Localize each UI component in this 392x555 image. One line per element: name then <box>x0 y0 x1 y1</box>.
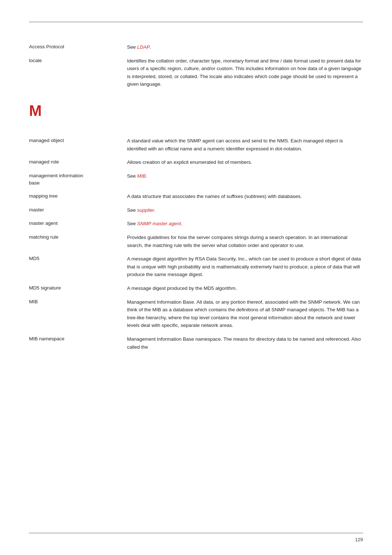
table-row: matching rule Provides guidelines for ho… <box>29 231 363 252</box>
definition-text: A standard value which the SNMP agent ca… <box>127 138 343 151</box>
definition-text: A message digest algorithm by RSA Data S… <box>127 256 361 277</box>
term-label: master agent <box>29 220 58 226</box>
term-cell: mapping tree <box>29 190 127 203</box>
section-letter: M <box>29 102 363 119</box>
def-cell: See MIB. <box>127 169 363 190</box>
definition-text: See SNMP master agent. <box>127 221 183 226</box>
def-cell: See SNMP master agent. <box>127 217 363 231</box>
table-row: MD5 A message digest algorithm by RSA Da… <box>29 252 363 281</box>
definition-text: Allows creation of an explicit enumerate… <box>127 159 252 165</box>
term-cell: master agent <box>29 217 127 231</box>
term-cell: MIB namespace <box>29 332 127 354</box>
table-row: Access Protocol See LDAP. <box>29 40 363 54</box>
def-cell: Provides guidelines for how the server c… <box>127 231 363 252</box>
def-cell: Management Information Base namespace. T… <box>127 332 363 354</box>
definition-text: See MIB. <box>127 173 147 179</box>
table-row: MIB Management Information Base. All dat… <box>29 295 363 332</box>
term-label: master <box>29 207 44 212</box>
term-cell: Access Protocol <box>29 40 127 54</box>
term-cell: locale <box>29 54 127 91</box>
page-container: Access Protocol See LDAP. locale Identif… <box>0 0 392 376</box>
term-label: managed role <box>29 159 59 165</box>
section-header-row: M <box>29 91 363 134</box>
table-row: MD5 signature A message digest produced … <box>29 281 363 295</box>
term-label: managed object <box>29 138 64 143</box>
definition-text: Management Information Base. All data, o… <box>127 299 360 328</box>
def-cell: See supplier. <box>127 203 363 217</box>
term-label: MIB <box>29 299 38 304</box>
term-cell: managed role <box>29 155 127 169</box>
ldap-link[interactable]: LDAP <box>137 44 150 50</box>
table-row: MIB namespace Management Information Bas… <box>29 332 363 354</box>
snmp-master-agent-link[interactable]: SNMP master agent <box>137 221 181 226</box>
term-label: MD5 signature <box>29 285 61 291</box>
bottom-rule <box>29 533 363 533</box>
table-row: locale Identifies the collation order, c… <box>29 54 363 91</box>
term-label: matching rule <box>29 234 58 240</box>
term-cell: management informationbase <box>29 169 127 190</box>
section-letter-cell: M <box>29 91 363 134</box>
term-cell: MD5 signature <box>29 281 127 295</box>
def-cell: A message digest algorithm by RSA Data S… <box>127 252 363 281</box>
def-cell: See LDAP. <box>127 40 363 54</box>
table-row: master agent See SNMP master agent. <box>29 217 363 231</box>
mib-link[interactable]: MIB <box>137 173 146 179</box>
table-row: management informationbase See MIB. <box>29 169 363 190</box>
term-label: management informationbase <box>29 173 83 186</box>
def-cell: Identifies the collation order, characte… <box>127 54 363 91</box>
def-cell: A message digest produced by the MD5 alg… <box>127 281 363 295</box>
glossary-table: Access Protocol See LDAP. locale Identif… <box>29 40 363 354</box>
page-number: 129 <box>355 537 363 542</box>
term-label: locale <box>29 58 42 63</box>
def-cell: A data structure that associates the nam… <box>127 190 363 203</box>
definition-text: See supplier. <box>127 207 156 213</box>
definition-text: A data structure that associates the nam… <box>127 194 302 199</box>
term-cell: MIB <box>29 295 127 332</box>
term-label: MIB namespace <box>29 336 65 341</box>
def-cell: Allows creation of an explicit enumerate… <box>127 155 363 169</box>
table-row: managed object A standard value which th… <box>29 134 363 155</box>
supplier-link[interactable]: supplier <box>137 207 154 213</box>
definition-text: Identifies the collation order, characte… <box>127 58 362 87</box>
definition-text: Management Information Base namespace. T… <box>127 336 361 350</box>
term-cell: MD5 <box>29 252 127 281</box>
term-cell: master <box>29 203 127 217</box>
table-row: mapping tree A data structure that assoc… <box>29 190 363 203</box>
definition-text: See LDAP. <box>127 44 151 50</box>
definition-text: A message digest produced by the MD5 alg… <box>127 285 237 291</box>
term-label: MD5 <box>29 256 40 261</box>
term-label: mapping tree <box>29 193 58 199</box>
def-cell: Management Information Base. All data, o… <box>127 295 363 332</box>
term-label: Access Protocol <box>29 44 64 49</box>
table-row: master See supplier. <box>29 203 363 217</box>
def-cell: A standard value which the SNMP agent ca… <box>127 134 363 155</box>
top-rule <box>29 22 363 22</box>
term-cell: matching rule <box>29 231 127 252</box>
definition-text: Provides guidelines for how the server c… <box>127 235 347 248</box>
table-row: managed role Allows creation of an expli… <box>29 155 363 169</box>
term-cell: managed object <box>29 134 127 155</box>
